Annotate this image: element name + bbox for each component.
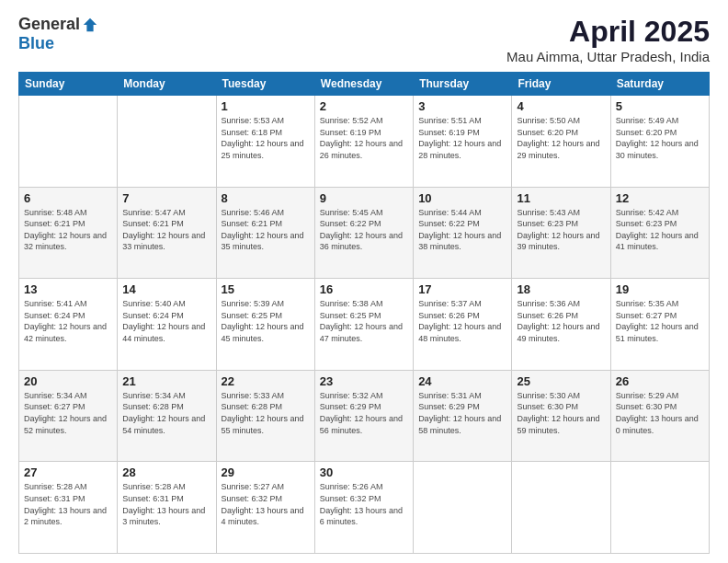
cell-w3-d4: 17Sunrise: 5:37 AMSunset: 6:26 PMDayligh… (414, 279, 512, 371)
day-info-29: Sunrise: 5:27 AMSunset: 6:32 PMDaylight:… (222, 481, 310, 527)
day-info-6: Sunrise: 5:48 AMSunset: 6:21 PMDaylight:… (24, 207, 112, 253)
logo-icon (82, 17, 98, 33)
day-number-27: 27 (24, 465, 112, 479)
cell-w2-d2: 8Sunrise: 5:46 AMSunset: 6:21 PMDaylight… (216, 187, 314, 279)
day-number-10: 10 (418, 191, 506, 205)
week-row-3: 13Sunrise: 5:41 AMSunset: 6:24 PMDayligh… (19, 279, 710, 371)
day-info-2: Sunrise: 5:52 AMSunset: 6:19 PMDaylight:… (320, 115, 408, 161)
day-info-9: Sunrise: 5:45 AMSunset: 6:22 PMDaylight:… (320, 207, 408, 253)
day-info-19: Sunrise: 5:35 AMSunset: 6:27 PMDaylight:… (616, 298, 704, 344)
day-number-17: 17 (418, 282, 506, 296)
cell-w3-d0: 13Sunrise: 5:41 AMSunset: 6:24 PMDayligh… (19, 279, 118, 371)
day-number-19: 19 (616, 282, 704, 296)
day-number-22: 22 (222, 374, 310, 388)
title-block: April 2025 Mau Aimma, Uttar Pradesh, Ind… (506, 15, 710, 64)
cell-w4-d2: 22Sunrise: 5:33 AMSunset: 6:28 PMDayligh… (216, 370, 314, 462)
day-info-16: Sunrise: 5:38 AMSunset: 6:25 PMDaylight:… (320, 298, 408, 344)
day-number-11: 11 (517, 191, 605, 205)
col-tuesday: Tuesday (216, 73, 314, 96)
day-info-21: Sunrise: 5:34 AMSunset: 6:28 PMDaylight:… (122, 390, 210, 436)
week-row-4: 20Sunrise: 5:34 AMSunset: 6:27 PMDayligh… (19, 370, 710, 462)
day-info-25: Sunrise: 5:30 AMSunset: 6:30 PMDaylight:… (517, 390, 605, 436)
day-number-9: 9 (320, 191, 408, 205)
cell-w3-d3: 16Sunrise: 5:38 AMSunset: 6:25 PMDayligh… (314, 279, 413, 371)
cell-w5-d0: 27Sunrise: 5:28 AMSunset: 6:31 PMDayligh… (19, 462, 118, 554)
day-info-24: Sunrise: 5:31 AMSunset: 6:29 PMDaylight:… (418, 390, 506, 436)
day-number-2: 2 (320, 99, 408, 113)
cell-w5-d6 (610, 462, 709, 554)
calendar-header-row: Sunday Monday Tuesday Wednesday Thursday… (19, 73, 710, 96)
logo-blue-text: Blue (18, 34, 54, 53)
day-number-6: 6 (24, 191, 112, 205)
day-number-14: 14 (122, 282, 210, 296)
day-info-20: Sunrise: 5:34 AMSunset: 6:27 PMDaylight:… (24, 390, 112, 436)
day-number-24: 24 (418, 374, 506, 388)
page: General Blue April 2025 Mau Aimma, Uttar… (0, 0, 728, 563)
day-info-22: Sunrise: 5:33 AMSunset: 6:28 PMDaylight:… (222, 390, 310, 436)
day-number-28: 28 (122, 465, 210, 479)
cell-w4-d4: 24Sunrise: 5:31 AMSunset: 6:29 PMDayligh… (414, 370, 512, 462)
cell-w3-d6: 19Sunrise: 5:35 AMSunset: 6:27 PMDayligh… (610, 279, 709, 371)
week-row-1: 1Sunrise: 5:53 AMSunset: 6:18 PMDaylight… (19, 96, 710, 188)
day-number-16: 16 (320, 282, 408, 296)
cell-w5-d1: 28Sunrise: 5:28 AMSunset: 6:31 PMDayligh… (118, 462, 216, 554)
day-number-18: 18 (517, 282, 605, 296)
day-info-14: Sunrise: 5:40 AMSunset: 6:24 PMDaylight:… (122, 298, 210, 344)
cell-w2-d1: 7Sunrise: 5:47 AMSunset: 6:21 PMDaylight… (118, 187, 216, 279)
cell-w4-d0: 20Sunrise: 5:34 AMSunset: 6:27 PMDayligh… (19, 370, 118, 462)
day-number-13: 13 (24, 282, 112, 296)
day-info-10: Sunrise: 5:44 AMSunset: 6:22 PMDaylight:… (418, 207, 506, 253)
cell-w4-d3: 23Sunrise: 5:32 AMSunset: 6:29 PMDayligh… (314, 370, 413, 462)
day-number-29: 29 (222, 465, 310, 479)
day-number-26: 26 (616, 374, 704, 388)
svg-marker-0 (84, 17, 97, 30)
location-title: Mau Aimma, Uttar Pradesh, India (506, 49, 710, 64)
cell-w2-d0: 6Sunrise: 5:48 AMSunset: 6:21 PMDaylight… (19, 187, 118, 279)
day-number-4: 4 (517, 99, 605, 113)
col-monday: Monday (118, 73, 216, 96)
col-sunday: Sunday (19, 73, 118, 96)
day-info-23: Sunrise: 5:32 AMSunset: 6:29 PMDaylight:… (320, 390, 408, 436)
logo-general-text: General (18, 15, 80, 34)
cell-w2-d3: 9Sunrise: 5:45 AMSunset: 6:22 PMDaylight… (314, 187, 413, 279)
cell-w1-d3: 2Sunrise: 5:52 AMSunset: 6:19 PMDaylight… (314, 96, 413, 188)
cell-w2-d6: 12Sunrise: 5:42 AMSunset: 6:23 PMDayligh… (610, 187, 709, 279)
cell-w3-d2: 15Sunrise: 5:39 AMSunset: 6:25 PMDayligh… (216, 279, 314, 371)
cell-w1-d4: 3Sunrise: 5:51 AMSunset: 6:19 PMDaylight… (414, 96, 512, 188)
day-number-8: 8 (222, 191, 310, 205)
day-number-25: 25 (517, 374, 605, 388)
day-info-28: Sunrise: 5:28 AMSunset: 6:31 PMDaylight:… (122, 481, 210, 527)
cell-w2-d4: 10Sunrise: 5:44 AMSunset: 6:22 PMDayligh… (414, 187, 512, 279)
col-friday: Friday (512, 73, 610, 96)
day-info-8: Sunrise: 5:46 AMSunset: 6:21 PMDaylight:… (222, 207, 310, 253)
week-row-5: 27Sunrise: 5:28 AMSunset: 6:31 PMDayligh… (19, 462, 710, 554)
day-number-1: 1 (222, 99, 310, 113)
day-info-3: Sunrise: 5:51 AMSunset: 6:19 PMDaylight:… (418, 115, 506, 161)
day-number-5: 5 (616, 99, 704, 113)
cell-w4-d6: 26Sunrise: 5:29 AMSunset: 6:30 PMDayligh… (610, 370, 709, 462)
cell-w3-d5: 18Sunrise: 5:36 AMSunset: 6:26 PMDayligh… (512, 279, 610, 371)
day-number-7: 7 (122, 191, 210, 205)
day-number-21: 21 (122, 374, 210, 388)
logo: General Blue (18, 15, 98, 53)
day-info-11: Sunrise: 5:43 AMSunset: 6:23 PMDaylight:… (517, 207, 605, 253)
day-info-4: Sunrise: 5:50 AMSunset: 6:20 PMDaylight:… (517, 115, 605, 161)
cell-w1-d1 (118, 96, 216, 188)
cell-w4-d1: 21Sunrise: 5:34 AMSunset: 6:28 PMDayligh… (118, 370, 216, 462)
cell-w5-d4 (414, 462, 512, 554)
day-number-23: 23 (320, 374, 408, 388)
col-wednesday: Wednesday (314, 73, 413, 96)
day-number-20: 20 (24, 374, 112, 388)
cell-w1-d5: 4Sunrise: 5:50 AMSunset: 6:20 PMDaylight… (512, 96, 610, 188)
day-info-26: Sunrise: 5:29 AMSunset: 6:30 PMDaylight:… (616, 390, 704, 436)
day-info-12: Sunrise: 5:42 AMSunset: 6:23 PMDaylight:… (616, 207, 704, 253)
col-saturday: Saturday (610, 73, 709, 96)
day-info-18: Sunrise: 5:36 AMSunset: 6:26 PMDaylight:… (517, 298, 605, 344)
day-number-30: 30 (320, 465, 408, 479)
day-info-27: Sunrise: 5:28 AMSunset: 6:31 PMDaylight:… (24, 481, 112, 527)
day-info-7: Sunrise: 5:47 AMSunset: 6:21 PMDaylight:… (122, 207, 210, 253)
cell-w1-d0 (19, 96, 118, 188)
day-info-5: Sunrise: 5:49 AMSunset: 6:20 PMDaylight:… (616, 115, 704, 161)
month-title: April 2025 (506, 15, 710, 49)
day-info-13: Sunrise: 5:41 AMSunset: 6:24 PMDaylight:… (24, 298, 112, 344)
